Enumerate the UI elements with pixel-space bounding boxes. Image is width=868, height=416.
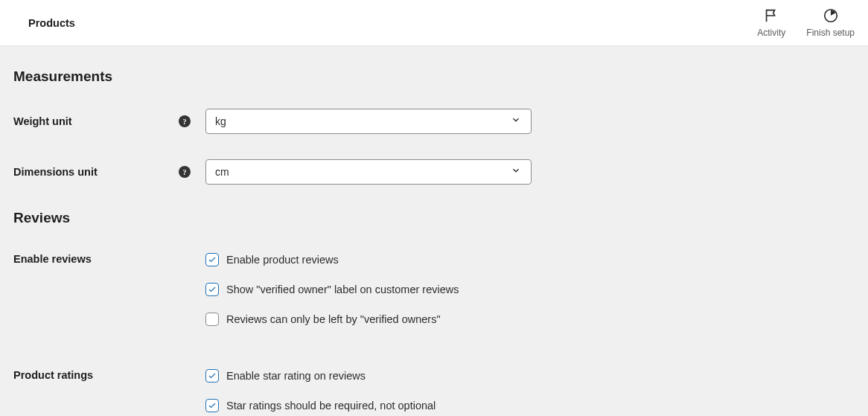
- dimensions-unit-select-wrap: cm: [205, 159, 532, 185]
- product-ratings-row: Product ratings Enable star rating on re…: [13, 369, 855, 412]
- enable-reviews-control: Enable product reviews Show "verified ow…: [205, 253, 459, 326]
- product-ratings-control: Enable star rating on reviews Star ratin…: [205, 369, 435, 412]
- checkbox[interactable]: [205, 283, 219, 296]
- weight-unit-label-col: Weight unit ?: [13, 115, 205, 127]
- reviews-heading: Reviews: [13, 210, 855, 226]
- checkbox-label: Reviews can only be left by "verified ow…: [226, 313, 441, 325]
- finish-setup-label: Finish setup: [806, 28, 855, 38]
- dimensions-unit-label-col: Dimensions unit ?: [13, 166, 205, 178]
- settings-content: Measurements Weight unit ? kg Dimensions…: [0, 46, 868, 412]
- enable-star-rating-option[interactable]: Enable star rating on reviews: [205, 369, 435, 383]
- spacer: [13, 348, 855, 369]
- dimensions-unit-label: Dimensions unit: [13, 166, 98, 178]
- checkbox-label: Enable star rating on reviews: [226, 370, 366, 382]
- page-title: Products: [28, 17, 75, 29]
- clock-progress-icon: [823, 7, 839, 26]
- checkbox[interactable]: [205, 369, 219, 383]
- topbar-actions: Activity Finish setup: [757, 7, 855, 38]
- weight-unit-select[interactable]: kg: [205, 109, 532, 134]
- flag-icon: [763, 7, 779, 26]
- measurements-heading: Measurements: [13, 68, 855, 85]
- weight-unit-row: Weight unit ? kg: [13, 109, 855, 134]
- checkbox[interactable]: [205, 313, 219, 326]
- enable-reviews-row: Enable reviews Enable product reviews Sh…: [13, 253, 855, 326]
- finish-setup-button[interactable]: Finish setup: [806, 7, 855, 38]
- checkbox[interactable]: [205, 253, 219, 266]
- weight-unit-select-wrap: kg: [205, 109, 532, 134]
- checkbox-label: Show "verified owner" label on customer …: [226, 284, 459, 295]
- enable-reviews-label: Enable reviews: [13, 253, 92, 265]
- enable-product-reviews-option[interactable]: Enable product reviews: [205, 253, 459, 266]
- enable-reviews-options: Enable product reviews Show "verified ow…: [205, 253, 459, 326]
- help-icon[interactable]: ?: [179, 166, 191, 178]
- activity-label: Activity: [757, 28, 785, 38]
- show-verified-owner-option[interactable]: Show "verified owner" label on customer …: [205, 283, 459, 296]
- product-ratings-label-col: Product ratings: [13, 369, 205, 381]
- star-ratings-required-option[interactable]: Star ratings should be required, not opt…: [205, 399, 435, 412]
- dimensions-unit-select[interactable]: cm: [205, 159, 532, 185]
- product-ratings-label: Product ratings: [13, 369, 93, 381]
- help-icon[interactable]: ?: [179, 115, 191, 127]
- activity-button[interactable]: Activity: [757, 7, 785, 38]
- weight-unit-control: kg: [205, 109, 532, 134]
- topbar: Products Activity Finish setup: [0, 0, 868, 46]
- weight-unit-label: Weight unit: [13, 115, 72, 127]
- dimensions-unit-row: Dimensions unit ? cm: [13, 159, 855, 185]
- enable-reviews-label-col: Enable reviews: [13, 253, 205, 265]
- product-ratings-options: Enable star rating on reviews Star ratin…: [205, 369, 435, 412]
- checkbox[interactable]: [205, 399, 219, 412]
- verified-owners-only-option[interactable]: Reviews can only be left by "verified ow…: [205, 313, 459, 326]
- checkbox-label: Enable product reviews: [226, 254, 339, 266]
- checkbox-label: Star ratings should be required, not opt…: [226, 400, 435, 412]
- dimensions-unit-control: cm: [205, 159, 532, 185]
